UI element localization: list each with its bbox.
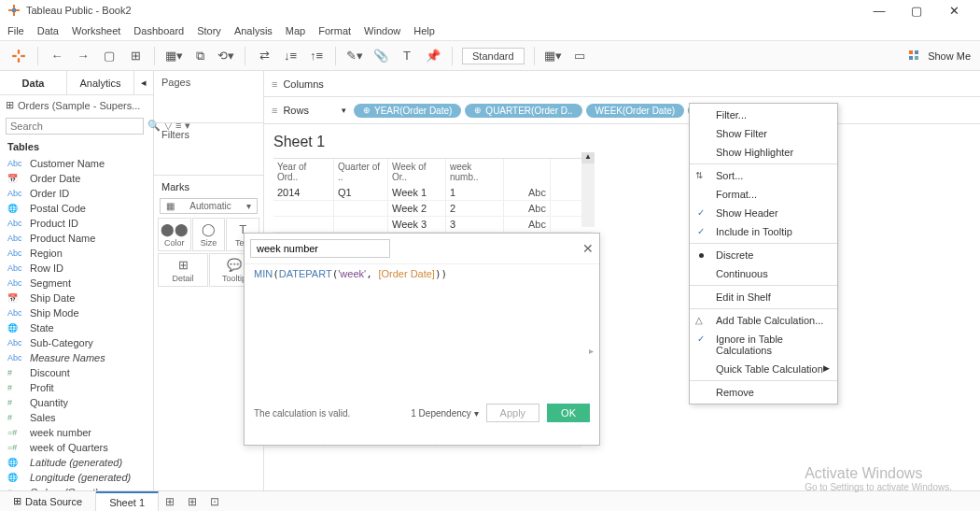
menu-window[interactable]: Window bbox=[364, 25, 400, 36]
pill-week[interactable]: WEEK(Order Date) bbox=[586, 104, 685, 118]
search-input[interactable] bbox=[6, 118, 144, 135]
menu-data[interactable]: Data bbox=[37, 25, 59, 36]
pane-collapse-icon[interactable]: ◂ bbox=[134, 71, 153, 94]
tab-analytics[interactable]: Analytics bbox=[67, 71, 134, 94]
fit-dropdown[interactable]: Standard bbox=[462, 48, 525, 64]
field-row[interactable]: AbcRegion bbox=[0, 246, 153, 261]
tableau-icon[interactable] bbox=[9, 47, 28, 65]
menu-dashboard[interactable]: Dashboard bbox=[133, 25, 184, 36]
table-row[interactable]: 2014Q1Week 11Abc bbox=[273, 185, 591, 201]
new-dashboard-icon[interactable]: ⊞ bbox=[181, 495, 203, 508]
new-story-icon[interactable]: ⊡ bbox=[203, 495, 226, 508]
marks-size[interactable]: ◯Size bbox=[192, 218, 226, 251]
menu-item[interactable]: Discrete bbox=[690, 246, 837, 264]
field-row[interactable]: 🌐Longitude (generated) bbox=[0, 470, 153, 485]
field-row[interactable]: #Profit bbox=[0, 380, 153, 395]
menu-item[interactable]: Show Filter bbox=[690, 124, 837, 143]
label-icon[interactable]: T bbox=[398, 47, 416, 65]
expand-icon[interactable]: ▸ bbox=[589, 346, 594, 356]
clear-icon[interactable]: ⟲▾ bbox=[217, 47, 235, 65]
forward-icon[interactable]: → bbox=[74, 47, 92, 65]
rows-dropdown-icon[interactable]: ▾ bbox=[342, 106, 346, 115]
menu-map[interactable]: Map bbox=[286, 25, 305, 36]
menu-story[interactable]: Story bbox=[197, 25, 221, 36]
header-year[interactable]: Year of Ord.. bbox=[273, 159, 334, 185]
field-row[interactable]: AbcSub-Category bbox=[0, 335, 153, 350]
back-icon[interactable]: ← bbox=[48, 47, 66, 65]
calc-name-input[interactable] bbox=[250, 239, 390, 258]
menu-help[interactable]: Help bbox=[413, 25, 435, 36]
swap-icon[interactable]: ⇄ bbox=[255, 47, 273, 65]
filters-shelf[interactable]: Filters bbox=[154, 123, 263, 146]
sort-asc-icon[interactable]: ↓≡ bbox=[281, 47, 300, 65]
save-icon[interactable]: ▢ bbox=[100, 47, 119, 65]
pill-quarter[interactable]: ⊕QUARTER(Order D.. bbox=[465, 104, 581, 118]
menu-item[interactable]: Format... bbox=[690, 185, 837, 204]
tab-data-source[interactable]: ⊞Data Source bbox=[0, 491, 96, 512]
window-minimize-button[interactable]: — bbox=[861, 4, 898, 18]
field-row[interactable]: =#week number bbox=[0, 425, 153, 440]
sheet-title[interactable]: Sheet 1 bbox=[273, 134, 980, 150]
marks-type-dropdown[interactable]: ▦Automatic▾ bbox=[160, 198, 258, 214]
menu-item[interactable]: Quick Table Calculation▶ bbox=[690, 360, 837, 378]
field-row[interactable]: 🌐Postal Code bbox=[0, 201, 153, 216]
group-icon[interactable]: 📎 bbox=[371, 47, 390, 65]
highlight-icon[interactable]: ✎▾ bbox=[345, 47, 364, 65]
close-icon[interactable]: ✕ bbox=[582, 241, 594, 256]
menu-item[interactable]: Edit in Shelf bbox=[690, 288, 837, 306]
field-row[interactable]: AbcSegment bbox=[0, 276, 153, 291]
presentation-icon[interactable]: ▭ bbox=[570, 47, 589, 65]
header-weeknum[interactable]: week numb.. bbox=[446, 159, 504, 185]
menu-item[interactable]: Remove bbox=[690, 383, 837, 402]
duplicate-icon[interactable]: ⧉ bbox=[190, 47, 209, 65]
pin-icon[interactable]: 📌 bbox=[424, 47, 442, 65]
field-row[interactable]: #Sales bbox=[0, 410, 153, 425]
rows-shelf[interactable]: ⊕YEAR(Order Date) ⊕QUARTER(Order D.. WEE… bbox=[354, 104, 973, 118]
menu-worksheet[interactable]: Worksheet bbox=[72, 25, 120, 36]
field-row[interactable]: =#week of Quarters bbox=[0, 440, 153, 455]
menu-item[interactable]: ✓Include in Tooltip bbox=[690, 222, 837, 241]
header-quarter[interactable]: Quarter of .. bbox=[334, 159, 388, 185]
calc-dependencies[interactable]: 1 Dependency ▾ bbox=[411, 408, 478, 419]
field-row[interactable]: #Discount bbox=[0, 365, 153, 380]
field-row[interactable]: #Quantity bbox=[0, 395, 153, 410]
marks-color[interactable]: ⬤⬤Color bbox=[158, 218, 191, 251]
field-row[interactable]: AbcShip Mode bbox=[0, 305, 153, 320]
apply-button[interactable]: Apply bbox=[486, 404, 540, 422]
new-worksheet-icon[interactable]: ⊞ bbox=[159, 495, 181, 508]
table-row[interactable]: Week 33Abc bbox=[273, 217, 591, 233]
menu-item[interactable]: ✓Ignore in Table Calculations bbox=[690, 330, 837, 360]
new-data-icon[interactable]: ⊞ bbox=[126, 47, 145, 65]
new-worksheet-icon[interactable]: ▦▾ bbox=[164, 47, 183, 65]
field-row[interactable]: 🌐State bbox=[0, 320, 153, 335]
window-close-button[interactable]: ✕ bbox=[935, 4, 973, 18]
sort-desc-icon[interactable]: ↑≡ bbox=[307, 47, 326, 65]
menu-item[interactable]: Show Highlighter bbox=[690, 143, 837, 162]
show-cards-icon[interactable]: ▦▾ bbox=[544, 47, 563, 65]
menu-item[interactable]: Filter... bbox=[690, 106, 837, 124]
pages-shelf[interactable]: Pages bbox=[154, 71, 263, 93]
window-maximize-button[interactable]: ▢ bbox=[898, 4, 935, 18]
field-row[interactable]: AbcProduct ID bbox=[0, 216, 153, 231]
field-row[interactable]: AbcMeasure Names bbox=[0, 350, 153, 365]
menu-item[interactable]: ✓Show Header bbox=[690, 204, 837, 222]
table-row[interactable]: Week 22Abc bbox=[273, 201, 591, 217]
menu-format[interactable]: Format bbox=[318, 25, 351, 36]
vertical-scrollbar[interactable]: ▲ bbox=[581, 152, 595, 227]
pill-year[interactable]: ⊕YEAR(Order Date) bbox=[354, 104, 461, 118]
menu-analysis[interactable]: Analysis bbox=[234, 25, 273, 36]
datasource-row[interactable]: ⊞ Orders (Sample - Supers... bbox=[0, 95, 153, 115]
calc-formula-editor[interactable]: MIN(DATEPART('week', [Order Date])) ▸ bbox=[245, 263, 599, 404]
field-row[interactable]: 📅Ship Date bbox=[0, 291, 153, 305]
field-row[interactable]: AbcOrder ID bbox=[0, 186, 153, 201]
tab-sheet-1[interactable]: Sheet 1 bbox=[96, 491, 159, 512]
menu-file[interactable]: File bbox=[7, 25, 24, 36]
field-row[interactable]: 📅Order Date bbox=[0, 171, 153, 186]
showme-button[interactable]: Show Me bbox=[928, 50, 971, 62]
header-week[interactable]: Week of Or.. bbox=[388, 159, 446, 185]
marks-detail[interactable]: ⊞Detail bbox=[158, 253, 208, 287]
field-row[interactable]: 🌐Latitude (generated) bbox=[0, 455, 153, 470]
field-row[interactable]: AbcRow ID bbox=[0, 261, 153, 276]
menu-item[interactable]: △Add Table Calculation... bbox=[690, 311, 837, 330]
menu-item[interactable]: ⇅Sort... bbox=[690, 166, 837, 185]
